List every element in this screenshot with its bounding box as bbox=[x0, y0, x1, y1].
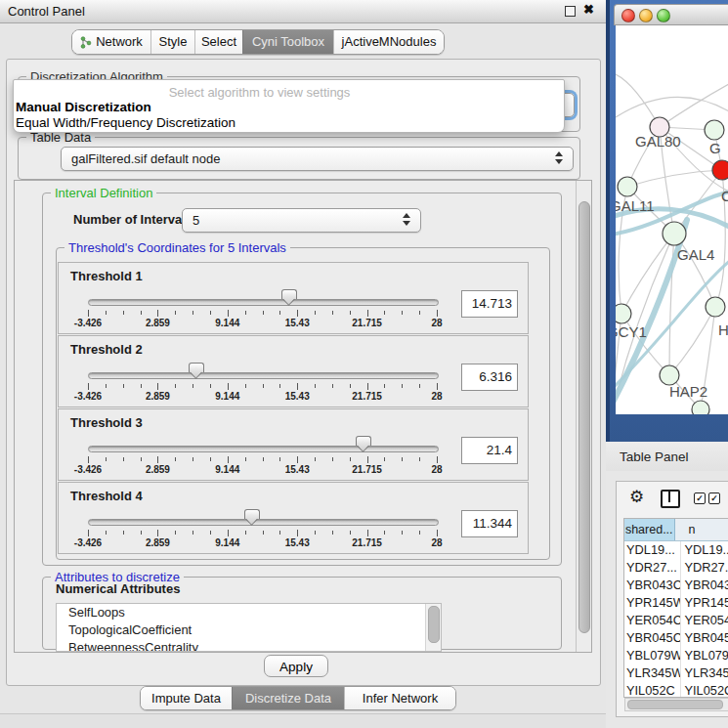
table-row[interactable]: YIL052CYIL052C bbox=[624, 682, 728, 698]
network-node-hap2[interactable] bbox=[660, 365, 679, 385]
number-of-intervals-combobox[interactable]: 5 bbox=[182, 208, 421, 233]
threshold-label: Threshold 1 bbox=[70, 269, 143, 283]
tab-impute-data[interactable]: Impute Data bbox=[141, 687, 232, 710]
cell-shared-name[interactable]: YBR045C bbox=[624, 629, 681, 647]
tab-network-label: Network bbox=[96, 30, 143, 54]
network-node-label: GAL80 bbox=[635, 133, 681, 150]
algorithm-option-equal-width[interactable]: Equal Width/Frequency Discretization bbox=[16, 115, 236, 130]
apply-button[interactable]: Apply bbox=[264, 655, 328, 677]
threshold-slider-handle[interactable] bbox=[189, 363, 204, 372]
tab-select[interactable]: Select bbox=[194, 30, 242, 54]
network-node-h[interactable] bbox=[706, 297, 725, 317]
numerical-attributes-list: SelfLoopsTopologicalCoefficientBetweenne… bbox=[56, 603, 442, 652]
minimize-traffic-light-icon[interactable] bbox=[639, 9, 653, 22]
tab-discretize-data[interactable]: Discretize Data bbox=[232, 687, 344, 710]
threshold-slider-track[interactable] bbox=[88, 519, 439, 526]
threshold-value-field[interactable]: 6.316 bbox=[461, 364, 518, 391]
network-window-titlebar bbox=[614, 4, 728, 25]
table-row[interactable]: YPR145WYPR145W bbox=[624, 594, 728, 612]
column-header-shared-name[interactable]: shared... bbox=[624, 519, 675, 540]
tab-network[interactable]: Network bbox=[72, 30, 150, 54]
network-view-canvas[interactable]: GAL80GCGAL11GAL4GCY1HHAP2 bbox=[616, 25, 728, 414]
settings-scrollpane: Interval Definition Number of Intervals … bbox=[14, 180, 592, 653]
table-row[interactable]: YBL079WYBL079W bbox=[624, 647, 728, 664]
table-row[interactable]: YBR045CYBR045C bbox=[624, 629, 728, 647]
network-node-label: C bbox=[721, 188, 728, 204]
cell-shared-name[interactable]: YER054C bbox=[624, 612, 681, 629]
network-node-g[interactable] bbox=[705, 120, 724, 140]
cell-name[interactable]: YIL052C bbox=[681, 682, 728, 698]
cell-name[interactable]: YBL079W bbox=[681, 647, 728, 664]
close-icon[interactable]: ✖ bbox=[583, 2, 594, 17]
network-node[interactable] bbox=[692, 401, 709, 414]
threshold-slider-handle[interactable] bbox=[281, 289, 297, 299]
threshold-value-field[interactable]: 21.4 bbox=[461, 437, 518, 464]
attribute-list-item[interactable]: TopologicalCoefficient bbox=[57, 621, 441, 639]
settings-vertical-scrollbar[interactable] bbox=[576, 181, 591, 652]
slider-tick-labels: -3.4262.8599.14415.4321.71528 bbox=[88, 318, 437, 329]
network-node-gal4[interactable] bbox=[663, 222, 686, 245]
threshold-label: Threshold 3 bbox=[70, 415, 143, 430]
cell-shared-name[interactable]: YLR345W bbox=[624, 664, 681, 682]
cell-shared-name[interactable]: YBR043C bbox=[624, 577, 681, 594]
float-window-icon[interactable] bbox=[565, 6, 576, 17]
cell-name[interactable]: YBR045C bbox=[681, 629, 728, 647]
screen: Control Panel ✖ Network Style Select Cyn… bbox=[0, 0, 728, 728]
network-node-label: HAP2 bbox=[669, 383, 707, 400]
algorithm-option-manual[interactable]: Manual Discretization bbox=[16, 100, 151, 114]
slider-ticks bbox=[88, 456, 437, 464]
slider-tick-labels: -3.4262.8599.14415.4321.71528 bbox=[88, 391, 437, 403]
threshold-value-field[interactable]: 11.344 bbox=[461, 510, 518, 537]
table-row[interactable]: YBR043CYBR043C bbox=[624, 577, 728, 594]
tab-cyni-toolbox[interactable]: Cyni Toolbox bbox=[242, 30, 333, 54]
cell-shared-name[interactable]: YPR145W bbox=[624, 594, 681, 612]
tab-style[interactable]: Style bbox=[150, 30, 194, 54]
checkbox-icon[interactable]: ✓ bbox=[694, 492, 706, 504]
tab-infer-network[interactable]: Infer Network bbox=[344, 687, 455, 710]
threshold-slider-handle[interactable] bbox=[244, 509, 260, 519]
threshold-slider-track[interactable] bbox=[88, 446, 439, 452]
checkbox-icon[interactable]: ✓ bbox=[708, 492, 720, 504]
combo-stepper-icon bbox=[555, 151, 565, 164]
cell-shared-name[interactable]: YDR27... bbox=[624, 559, 681, 577]
cell-name[interactable]: YPR145W bbox=[681, 594, 728, 612]
tab-jactivemnodules[interactable]: jActiveMNodules bbox=[333, 30, 444, 54]
cell-name[interactable]: YER054C bbox=[681, 612, 728, 629]
attribute-list-item[interactable]: BetweennessCentrality bbox=[57, 639, 441, 652]
interval-definition-title: Interval Definition bbox=[51, 186, 156, 200]
slider-tick-labels: -3.4262.8599.14415.4321.71528 bbox=[88, 464, 437, 476]
network-node-gcy1[interactable] bbox=[616, 304, 631, 323]
zoom-traffic-light-icon[interactable] bbox=[657, 9, 670, 22]
network-node-gal11[interactable] bbox=[618, 177, 637, 196]
algorithm-dropdown-popup: Select algorithm to view settings Manual… bbox=[13, 79, 565, 133]
cell-name[interactable]: YDR27... bbox=[681, 559, 728, 577]
cell-shared-name[interactable]: YBL079W bbox=[624, 647, 681, 664]
attributes-list-scrollbar[interactable] bbox=[425, 604, 441, 651]
network-node-label: GAL4 bbox=[677, 246, 714, 263]
threshold-value-field[interactable]: 14.713 bbox=[461, 290, 518, 318]
close-traffic-light-icon[interactable] bbox=[621, 9, 635, 22]
combo-stepper-icon bbox=[403, 213, 412, 226]
network-node-c[interactable] bbox=[712, 160, 728, 180]
network-node-label: GAL11 bbox=[616, 197, 655, 214]
cell-name[interactable]: YDL19... bbox=[681, 541, 728, 559]
attribute-list-item[interactable]: SelfLoops bbox=[57, 604, 441, 621]
cell-name[interactable]: YLR345W bbox=[681, 664, 728, 682]
table-row[interactable]: YLR345WYLR345W bbox=[624, 664, 728, 682]
cell-shared-name[interactable]: YDL19... bbox=[624, 541, 681, 559]
cell-name[interactable]: YBR043C bbox=[681, 577, 728, 594]
column-header-name[interactable]: n bbox=[675, 519, 728, 540]
table-row[interactable]: YDR27...YDR27... bbox=[624, 559, 728, 577]
split-columns-icon[interactable] bbox=[661, 490, 680, 508]
slider-ticks bbox=[88, 383, 437, 391]
bottom-strip bbox=[0, 713, 606, 728]
threshold-slider-track[interactable] bbox=[88, 372, 439, 379]
table-row[interactable]: YDL19...YDL19... bbox=[624, 541, 728, 559]
table-data-combobox[interactable]: galFiltered.sif default node bbox=[61, 147, 574, 171]
threshold-slider-handle[interactable] bbox=[356, 436, 371, 446]
cell-shared-name[interactable]: YIL052C bbox=[624, 682, 681, 698]
table-horizontal-scrollbar[interactable] bbox=[624, 698, 728, 711]
gear-icon[interactable]: ⚙ bbox=[629, 487, 644, 506]
table-row[interactable]: YER054CYER054C bbox=[624, 612, 728, 629]
threshold-slider-track[interactable] bbox=[88, 299, 439, 306]
